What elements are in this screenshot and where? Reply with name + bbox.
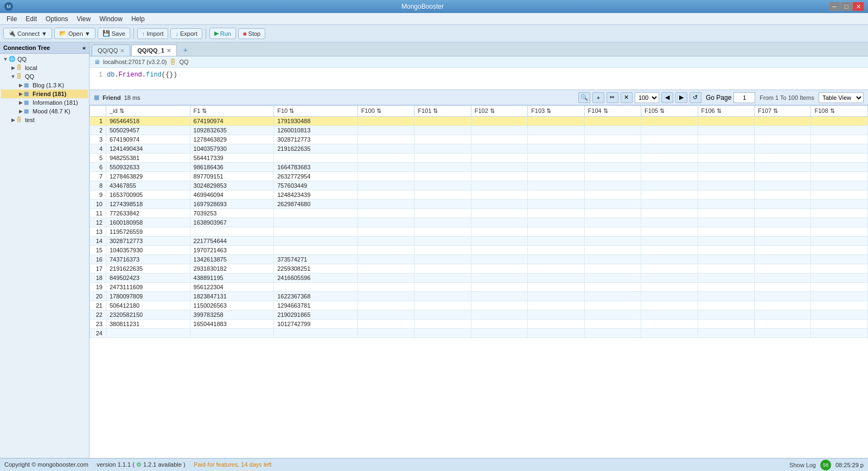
cell-f104[interactable] (584, 283, 641, 292)
cell-f104[interactable] (584, 190, 641, 200)
cell-f101[interactable] (414, 273, 471, 283)
edit-row-button[interactable]: ✏ (607, 92, 618, 103)
col-f100[interactable]: F100 ⇅ (358, 106, 414, 117)
cell-f10[interactable]: 373574271 (274, 255, 358, 264)
cell-f105[interactable] (641, 255, 698, 264)
cell-f10[interactable] (274, 218, 358, 227)
menu-help[interactable]: Help (127, 14, 149, 24)
cell-f1[interactable]: 438891195 (190, 273, 274, 283)
tab-qq-qq1[interactable]: QQ/QQ_1 ✕ (131, 44, 177, 56)
cell-f101[interactable] (414, 320, 471, 329)
cell-f105[interactable] (641, 283, 698, 292)
tree-node-friend[interactable]: ▶ ▦ Friend (181) (1, 90, 88, 98)
cell-f108[interactable] (811, 200, 868, 209)
cell-f108[interactable] (811, 264, 868, 273)
table-row[interactable]: 712784638298977091512632772954 (90, 172, 868, 181)
cell-f106[interactable] (698, 200, 754, 209)
cell-f106[interactable] (698, 190, 754, 200)
cell-f102[interactable] (471, 154, 527, 163)
cell-f103[interactable] (528, 273, 584, 283)
cell-f108[interactable] (811, 237, 868, 246)
cell-f10[interactable]: 2629874680 (274, 200, 358, 209)
cell-f1[interactable]: 674190974 (190, 117, 274, 126)
cell-f1[interactable]: 1278463829 (190, 135, 274, 144)
cell-f108[interactable] (811, 292, 868, 301)
cell-f107[interactable] (755, 135, 811, 144)
cell-f10[interactable] (274, 227, 358, 237)
cell-f101[interactable] (414, 200, 471, 209)
cell-f108[interactable] (811, 126, 868, 135)
cell-_id[interactable]: 3028712773 (106, 237, 190, 246)
tab-close-button[interactable]: ✕ (167, 48, 171, 54)
cell-f107[interactable] (755, 172, 811, 181)
cell-f105[interactable] (641, 172, 698, 181)
cell-f102[interactable] (471, 200, 527, 209)
cell-f101[interactable] (414, 209, 471, 218)
tree-node-local[interactable]: ▶ 🗄 local (1, 63, 88, 72)
add-row-button[interactable]: + (592, 92, 604, 103)
cell-f103[interactable] (528, 227, 584, 237)
cell-f104[interactable] (584, 218, 641, 227)
cell-f107[interactable] (755, 117, 811, 126)
cell-f102[interactable] (471, 227, 527, 237)
cell-f104[interactable] (584, 117, 641, 126)
cell-f101[interactable] (414, 264, 471, 273)
cell-f100[interactable] (358, 283, 414, 292)
cell-f107[interactable] (755, 292, 811, 301)
cell-f104[interactable] (584, 163, 641, 172)
cell-f103[interactable] (528, 329, 584, 338)
cell-f102[interactable] (471, 320, 527, 329)
cell-f10[interactable]: 757603449 (274, 181, 358, 190)
cell-f108[interactable] (811, 227, 868, 237)
cell-f107[interactable] (755, 190, 811, 200)
cell-f101[interactable] (414, 237, 471, 246)
cell-f108[interactable] (811, 135, 868, 144)
cell-f103[interactable] (528, 320, 584, 329)
cell-f10[interactable] (274, 209, 358, 218)
cell-f105[interactable] (641, 181, 698, 190)
cell-f106[interactable] (698, 227, 754, 237)
cell-f105[interactable] (641, 154, 698, 163)
cell-f108[interactable] (811, 283, 868, 292)
cell-_id[interactable]: 948255381 (106, 154, 190, 163)
cell-f105[interactable] (641, 329, 698, 338)
cell-f104[interactable] (584, 172, 641, 181)
cell-f10[interactable]: 1012742799 (274, 320, 358, 329)
cell-f102[interactable] (471, 237, 527, 246)
col-id[interactable]: _id ⇅ (106, 106, 190, 117)
cell-f103[interactable] (528, 264, 584, 273)
cell-f1[interactable] (190, 227, 274, 237)
cell-f103[interactable] (528, 301, 584, 310)
cell-f102[interactable] (471, 117, 527, 126)
cell-f103[interactable] (528, 163, 584, 172)
cell-f106[interactable] (698, 246, 754, 255)
menu-file[interactable]: File (2, 14, 21, 24)
cell-f108[interactable] (811, 209, 868, 218)
cell-f102[interactable] (471, 329, 527, 338)
cell-f105[interactable] (641, 190, 698, 200)
maximize-button[interactable]: □ (841, 2, 852, 11)
cell-f104[interactable] (584, 246, 641, 255)
cell-f102[interactable] (471, 292, 527, 301)
table-row[interactable]: 2150641218011500265631294663781 (90, 301, 868, 310)
cell-f100[interactable] (358, 144, 414, 154)
cell-f1[interactable]: 1092832635 (190, 126, 274, 135)
cell-f100[interactable] (358, 126, 414, 135)
cell-f10[interactable]: 1791930488 (274, 117, 358, 126)
table-row[interactable]: 367419097412784638293028712773 (90, 135, 868, 144)
cell-f100[interactable] (358, 255, 414, 264)
cell-f1[interactable]: 2217754644 (190, 237, 274, 246)
cell-f104[interactable] (584, 320, 641, 329)
cell-f102[interactable] (471, 246, 527, 255)
cell-f10[interactable] (274, 283, 358, 292)
table-row[interactable]: 192473111609956122304 (90, 283, 868, 292)
cell-f1[interactable]: 1638903967 (190, 218, 274, 227)
import-button[interactable]: ↑ Import (137, 28, 169, 39)
tab-qq-qq[interactable]: QQ/QQ ✕ (92, 44, 130, 56)
cell-f104[interactable] (584, 200, 641, 209)
tab-add-button[interactable]: + (180, 44, 191, 56)
cell-f1[interactable]: 1040357930 (190, 144, 274, 154)
cell-f103[interactable] (528, 154, 584, 163)
table-row[interactable]: 250502945710928326351260010813 (90, 126, 868, 135)
cell-f105[interactable] (641, 135, 698, 144)
